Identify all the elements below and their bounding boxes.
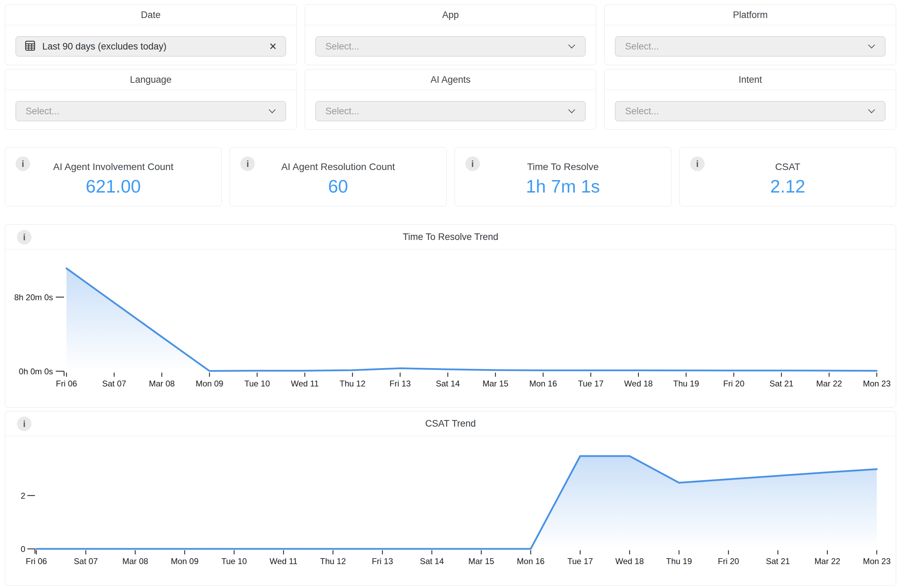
chart-panel-time-to-resolve-trend: i Time To Resolve Trend Fri 06Sat 07Mar … [5, 225, 896, 407]
kpi-title: CSAT [680, 161, 896, 172]
filter-panel-language: Language Select... [5, 69, 297, 130]
filter-grid: Date Last 90 days (excludes today) [5, 5, 896, 130]
svg-text:Sat 14: Sat 14 [420, 557, 444, 566]
kpi-title: Time To Resolve [455, 161, 671, 172]
kpi-card-ai-agent-involvement-count: i AI Agent Involvement Count 621.00 [5, 147, 221, 206]
svg-text:Fri 06: Fri 06 [26, 557, 47, 566]
chart-panel-csat-trend: i CSAT Trend Fri 06Sat 07Mar 08Mon 09Tue… [5, 411, 896, 586]
svg-text:0h 0m 0s: 0h 0m 0s [19, 367, 53, 376]
svg-text:Mon 16: Mon 16 [529, 379, 557, 388]
filter-label: Intent [605, 70, 896, 90]
svg-text:Fri 13: Fri 13 [390, 379, 411, 388]
select-placeholder: Select... [625, 41, 659, 52]
svg-text:Mon 09: Mon 09 [171, 557, 198, 566]
select-placeholder: Select... [625, 106, 659, 117]
svg-text:Sat 21: Sat 21 [769, 379, 793, 388]
svg-text:Wed 11: Wed 11 [270, 557, 298, 566]
filter-panel-ai-agents: AI Agents Select... [305, 69, 597, 130]
svg-text:0: 0 [21, 544, 25, 554]
svg-text:Mar 08: Mar 08 [149, 379, 175, 388]
filter-panel-app: App Select... [305, 5, 597, 65]
date-range-field[interactable]: Last 90 days (excludes today) × [16, 36, 286, 56]
time-to-resolve-trend-chart: Fri 06Sat 07Mar 08Mon 09Tue 10Wed 11Thu … [5, 250, 896, 407]
filter-label: App [305, 5, 596, 25]
chart-title: CSAT Trend [425, 418, 476, 429]
svg-text:Fri 13: Fri 13 [372, 557, 393, 566]
chevron-down-icon [269, 106, 276, 113]
kpi-value: 2.12 [680, 176, 896, 197]
svg-text:Fri 20: Fri 20 [723, 379, 744, 388]
svg-text:2: 2 [21, 491, 25, 501]
kpi-card-time-to-resolve: i Time To Resolve 1h 7m 1s [455, 147, 672, 206]
kpi-card-ai-agent-resolution-count: i AI Agent Resolution Count 60 [229, 147, 446, 206]
kpi-value: 1h 7m 1s [455, 176, 671, 197]
kpi-value: 621.00 [5, 176, 221, 197]
kpi-title: AI Agent Resolution Count [230, 161, 446, 172]
svg-text:Mar 22: Mar 22 [816, 379, 842, 388]
chart-title: Time To Resolve Trend [403, 232, 498, 242]
select-placeholder: Select... [326, 106, 359, 117]
svg-text:Mon 23: Mon 23 [863, 379, 891, 388]
svg-text:Thu 19: Thu 19 [673, 379, 699, 388]
app-select[interactable]: Select... [315, 36, 586, 56]
svg-text:Sat 07: Sat 07 [102, 379, 126, 388]
dashboard: Date Last 90 days (excludes today) [0, 0, 901, 586]
svg-text:Tue 10: Tue 10 [245, 379, 270, 388]
platform-select[interactable]: Select... [615, 36, 885, 56]
filter-panel-platform: Platform Select... [604, 5, 896, 65]
filter-label: Date [5, 5, 296, 25]
info-icon[interactable]: i [240, 156, 255, 171]
svg-text:Mon 09: Mon 09 [196, 379, 223, 388]
svg-text:Thu 12: Thu 12 [340, 379, 366, 388]
kpi-row: i AI Agent Involvement Count 621.00 i AI… [5, 147, 896, 206]
filter-label: Platform [605, 5, 896, 25]
svg-text:Mar 22: Mar 22 [814, 557, 840, 566]
calendar-icon [25, 40, 35, 53]
ai-agents-select[interactable]: Select... [315, 101, 586, 121]
date-range-value: Last 90 days (excludes today) [42, 41, 167, 52]
select-placeholder: Select... [326, 41, 359, 52]
filter-label: AI Agents [305, 70, 596, 90]
svg-text:8h 20m 0s: 8h 20m 0s [14, 293, 53, 302]
info-icon[interactable]: i [17, 230, 31, 245]
chevron-down-icon [568, 106, 575, 113]
svg-text:Mon 16: Mon 16 [517, 557, 545, 566]
language-select[interactable]: Select... [16, 101, 286, 121]
svg-text:Sat 14: Sat 14 [436, 379, 460, 388]
info-icon[interactable]: i [17, 416, 31, 431]
info-icon[interactable]: i [16, 156, 30, 171]
svg-text:Fri 06: Fri 06 [56, 379, 77, 388]
svg-text:Tue 17: Tue 17 [578, 379, 603, 388]
svg-text:Tue 17: Tue 17 [567, 557, 593, 566]
svg-text:Mar 08: Mar 08 [122, 557, 148, 566]
filter-panel-intent: Intent Select... [604, 69, 896, 130]
svg-text:Wed 11: Wed 11 [291, 379, 319, 388]
svg-text:Mar 15: Mar 15 [469, 557, 494, 566]
svg-text:Fri 20: Fri 20 [718, 557, 739, 566]
svg-text:Mon 23: Mon 23 [863, 557, 891, 566]
clear-date-icon[interactable]: × [270, 40, 277, 53]
chevron-down-icon [868, 42, 875, 48]
kpi-card-csat: i CSAT 2.12 [680, 147, 896, 206]
chevron-down-icon [568, 42, 575, 48]
svg-text:Thu 12: Thu 12 [320, 557, 346, 566]
svg-text:Mar 15: Mar 15 [482, 379, 508, 388]
info-icon[interactable]: i [690, 156, 705, 171]
svg-text:Wed 18: Wed 18 [615, 557, 644, 566]
info-icon[interactable]: i [465, 156, 480, 171]
csat-trend-chart: Fri 06Sat 07Mar 08Mon 09Tue 10Wed 11Thu … [5, 436, 896, 585]
filter-panel-date: Date Last 90 days (excludes today) [5, 5, 297, 65]
select-placeholder: Select... [26, 106, 59, 117]
kpi-value: 60 [230, 176, 446, 197]
svg-text:Tue 10: Tue 10 [221, 557, 247, 566]
kpi-title: AI Agent Involvement Count [5, 161, 221, 172]
chevron-down-icon [868, 106, 875, 113]
svg-text:Wed 18: Wed 18 [624, 379, 653, 388]
svg-text:Sat 21: Sat 21 [766, 557, 790, 566]
svg-text:Sat 07: Sat 07 [74, 557, 98, 566]
svg-text:Thu 19: Thu 19 [666, 557, 692, 566]
intent-select[interactable]: Select... [615, 101, 885, 121]
filter-label: Language [5, 70, 296, 90]
